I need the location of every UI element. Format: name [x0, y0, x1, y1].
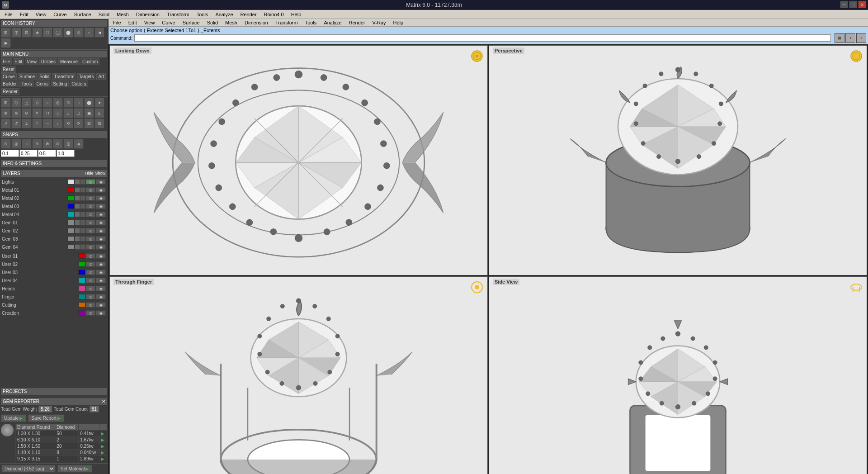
snap-input-1[interactable]: [1, 150, 19, 157]
layer-vis-cutting[interactable]: ◎: [85, 302, 95, 308]
content-menu-view[interactable]: View: [141, 19, 159, 26]
material-dropdown[interactable]: Diamond (3.52 spg) Gold 14k Gold 18k Pla…: [1, 465, 56, 473]
layer-extra-gem03[interactable]: ◉: [96, 236, 106, 242]
mm-solid[interactable]: Solid: [38, 73, 51, 80]
layer-extra-metal01[interactable]: ◉: [96, 187, 106, 193]
mm-curve[interactable]: Curve: [1, 73, 17, 80]
toolbar-icon-5[interactable]: ⬡: [42, 28, 52, 38]
layer-toggle-metal03[interactable]: [75, 204, 80, 209]
layer-lock-metal01[interactable]: [80, 187, 85, 193]
toolbar-icon-2[interactable]: ◫: [11, 28, 21, 38]
layer-row-gem04[interactable]: Gem 04 ◎ ◉: [1, 243, 107, 251]
layer-vis-gem02[interactable]: ◎: [85, 228, 95, 233]
mm-utilities[interactable]: Utilities: [39, 58, 57, 65]
mm-cutters[interactable]: Cutters: [70, 81, 88, 87]
layer-extra-user03[interactable]: ◉: [96, 270, 106, 275]
content-menu-curve[interactable]: Curve: [158, 19, 179, 26]
layer-extra-gem02[interactable]: ◉: [96, 228, 106, 233]
content-menu-render[interactable]: Render: [345, 19, 369, 26]
layer-extra-gem04[interactable]: ◉: [96, 244, 106, 250]
toolbar-icon-9[interactable]: ○: [84, 28, 94, 38]
menu-analyze[interactable]: Analyze: [212, 11, 236, 18]
layer-row-user01[interactable]: User 01 ◎ ◉: [1, 252, 107, 260]
mm-gems[interactable]: Gems: [35, 81, 51, 87]
layer-extra-user02[interactable]: ◉: [96, 261, 106, 267]
tb-30[interactable]: ⊡: [94, 118, 104, 128]
layer-row-metal04[interactable]: Metal 04 ◎ ◉: [1, 210, 107, 218]
layer-extra-metal04[interactable]: ◉: [96, 212, 106, 217]
tb-28[interactable]: ⟳: [74, 118, 84, 128]
tb-4[interactable]: ◇: [32, 98, 42, 108]
tb-20[interactable]: ◰: [94, 108, 104, 118]
close-button[interactable]: ✕: [858, 1, 866, 8]
layer-toggle-gem02[interactable]: [75, 228, 80, 233]
layer-vis-gem04[interactable]: ◎: [85, 244, 95, 250]
menu-dimension[interactable]: Dimension: [132, 11, 163, 18]
tb-26[interactable]: ↕: [53, 118, 63, 128]
layer-row-metal02[interactable]: Metal 02 ◎ ◉: [1, 194, 107, 202]
maximize-button[interactable]: □: [849, 1, 857, 8]
content-menu-analyze[interactable]: Analyze: [320, 19, 345, 26]
nav-forward[interactable]: ▶: [1, 38, 11, 48]
layer-row-lights[interactable]: Lights ◎ ◉: [1, 178, 107, 186]
mm-file[interactable]: File: [1, 58, 12, 65]
menu-mesh[interactable]: Mesh: [113, 11, 132, 18]
tb-7[interactable]: ⊙: [63, 98, 73, 108]
layer-row-gem02[interactable]: Gem 02 ◎ ◉: [1, 227, 107, 235]
cmd-next-icon[interactable]: ›: [856, 33, 866, 43]
menu-edit[interactable]: Edit: [16, 11, 32, 18]
minimize-button[interactable]: ─: [840, 1, 848, 8]
content-menu-tools[interactable]: Tools: [302, 19, 321, 26]
toolbar-icon-7[interactable]: ⬤: [63, 28, 73, 38]
viewport-looking-down[interactable]: Looking Down: [109, 45, 488, 275]
layer-vis-gem03[interactable]: ◎: [85, 236, 95, 242]
snap-btn-6[interactable]: ⊘: [53, 139, 63, 149]
layer-vis-finger[interactable]: ◎: [85, 294, 95, 299]
tb-29[interactable]: ⊞: [84, 118, 94, 128]
gem-action-4[interactable]: ▶: [99, 450, 107, 456]
snap-btn-1[interactable]: ⊙: [1, 139, 11, 149]
mm-measure[interactable]: Measure: [58, 58, 80, 65]
toolbar-icon-4[interactable]: ◈: [32, 28, 42, 38]
layer-toggle-metal02[interactable]: [75, 195, 80, 201]
layer-extra-lights[interactable]: ◉: [96, 179, 106, 185]
snap-btn-4[interactable]: ⊕: [32, 139, 42, 149]
tb-12[interactable]: ⊗: [11, 108, 21, 118]
layer-toggle-gem03[interactable]: [75, 236, 80, 242]
expand-icon[interactable]: ⊞: [835, 33, 844, 43]
layer-row-gem03[interactable]: Gem 03 ◎ ◉: [1, 235, 107, 243]
snap-btn-7[interactable]: ◫: [63, 139, 73, 149]
menu-solid[interactable]: Solid: [95, 11, 113, 18]
tb-5[interactable]: ⌂: [42, 98, 52, 108]
menu-tools[interactable]: Tools: [193, 11, 212, 18]
tb-21[interactable]: ↗: [1, 118, 11, 128]
layer-vis-metal04[interactable]: ◎: [85, 212, 95, 217]
content-menu-file[interactable]: File: [109, 19, 125, 26]
mm-transform[interactable]: Transform: [52, 73, 76, 80]
layer-lock-gem03[interactable]: [80, 236, 85, 242]
mm-art[interactable]: Art: [96, 73, 106, 80]
mm-custom[interactable]: Custom: [80, 58, 99, 65]
mm-render[interactable]: Render: [1, 88, 19, 95]
layer-row-user02[interactable]: User 02 ◎ ◉: [1, 260, 107, 268]
menu-view[interactable]: View: [32, 11, 50, 18]
layer-row-user04[interactable]: User 04 ◎ ◉: [1, 276, 107, 284]
gem-action-3[interactable]: ▶: [99, 443, 107, 450]
tb-17[interactable]: ⊏: [63, 108, 73, 118]
content-menu-mesh[interactable]: Mesh: [222, 19, 241, 26]
snap-btn-8[interactable]: ◈: [74, 139, 84, 149]
tb-23[interactable]: ⊥: [22, 118, 32, 128]
layer-vis-creation[interactable]: ◎: [85, 310, 95, 316]
layer-lock-metal03[interactable]: [80, 204, 85, 209]
menu-render[interactable]: Render: [237, 11, 260, 18]
layer-lock-gem02[interactable]: [80, 228, 85, 233]
tb-27[interactable]: ⟲: [63, 118, 73, 128]
layer-toggle-gem04[interactable]: [75, 244, 80, 250]
mm-edit[interactable]: Edit: [13, 58, 24, 65]
menu-surface[interactable]: Surface: [71, 11, 95, 18]
tb-22[interactable]: ↺: [11, 118, 21, 128]
update-button[interactable]: Update ▶: [1, 414, 26, 422]
layer-row-metal03[interactable]: Metal 03 ◎ ◉: [1, 202, 107, 210]
gem-action-5[interactable]: ▶: [99, 456, 107, 462]
layer-vis-metal03[interactable]: ◎: [85, 204, 95, 209]
